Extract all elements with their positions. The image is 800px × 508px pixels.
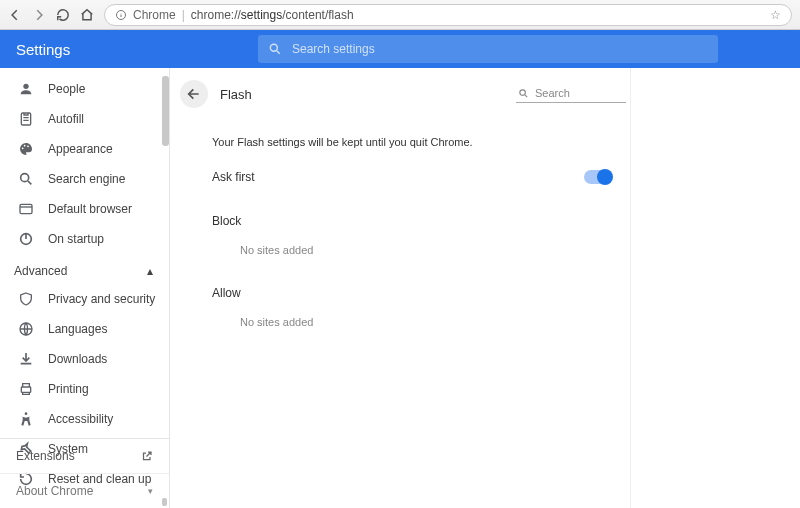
sidebar-item-appearance[interactable]: Appearance bbox=[0, 134, 169, 164]
sidebar-item-label: Downloads bbox=[48, 352, 107, 366]
svg-point-4 bbox=[22, 147, 24, 149]
scrollbar-bottom[interactable] bbox=[162, 498, 167, 506]
search-icon bbox=[518, 88, 529, 99]
sidebar-section-label: Advanced bbox=[14, 264, 67, 278]
block-section-heading: Block bbox=[212, 214, 626, 228]
reload-icon[interactable] bbox=[56, 8, 70, 22]
sidebar-extensions-link[interactable]: Extensions bbox=[0, 439, 169, 473]
sidebar-item-label: Extensions bbox=[16, 449, 75, 463]
address-bar[interactable]: Chrome | chrome://settings/content/flash… bbox=[104, 4, 792, 26]
sidebar-item-label: Languages bbox=[48, 322, 107, 336]
site-info-icon[interactable] bbox=[115, 9, 127, 21]
sidebar-item-languages[interactable]: Languages bbox=[0, 314, 169, 344]
sidebar-about-link[interactable]: About Chrome ▾ bbox=[0, 473, 169, 508]
sidebar-item-label: Printing bbox=[48, 382, 89, 396]
block-empty-text: No sites added bbox=[240, 244, 626, 256]
sidebar-item-autofill[interactable]: Autofill bbox=[0, 104, 169, 134]
bookmark-star-icon[interactable]: ☆ bbox=[770, 8, 781, 22]
svg-point-2 bbox=[23, 84, 28, 89]
url-label: Chrome bbox=[133, 8, 176, 22]
svg-point-13 bbox=[520, 89, 526, 95]
svg-point-12 bbox=[25, 412, 28, 415]
svg-rect-8 bbox=[20, 204, 32, 213]
sidebar-item-downloads[interactable]: Downloads bbox=[0, 344, 169, 374]
settings-header: Settings Search settings bbox=[0, 30, 800, 68]
sidebar-item-accessibility[interactable]: Accessibility bbox=[0, 404, 169, 434]
allow-empty-text: No sites added bbox=[240, 316, 626, 328]
collapse-icon: ▴ bbox=[147, 264, 153, 278]
flash-note: Your Flash settings will be kept until y… bbox=[212, 136, 626, 148]
search-icon bbox=[268, 42, 282, 56]
svg-rect-11 bbox=[21, 387, 30, 392]
page-search-placeholder: Search bbox=[535, 87, 570, 99]
sidebar-item-label: Autofill bbox=[48, 112, 84, 126]
svg-point-6 bbox=[27, 145, 29, 147]
url-text: chrome://settings/content/flash bbox=[191, 8, 764, 22]
settings-search[interactable]: Search settings bbox=[258, 35, 718, 63]
forward-icon[interactable] bbox=[32, 8, 46, 22]
sidebar-item-label: About Chrome bbox=[16, 484, 93, 498]
content-right-gutter bbox=[630, 68, 800, 508]
page-title: Flash bbox=[220, 87, 504, 102]
sidebar-item-label: Privacy and security bbox=[48, 292, 155, 306]
back-button[interactable] bbox=[180, 80, 208, 108]
browser-toolbar: Chrome | chrome://settings/content/flash… bbox=[0, 0, 800, 30]
ask-first-row: Ask first bbox=[212, 170, 626, 184]
svg-point-5 bbox=[24, 145, 26, 147]
page-search-input[interactable]: Search bbox=[516, 85, 626, 103]
arrow-left-icon bbox=[186, 86, 202, 102]
ask-first-toggle[interactable] bbox=[584, 170, 612, 184]
external-link-icon bbox=[141, 450, 153, 462]
svg-point-7 bbox=[21, 174, 29, 182]
sidebar-item-printing[interactable]: Printing bbox=[0, 374, 169, 404]
chevron-down-icon: ▾ bbox=[148, 486, 153, 496]
sidebar-item-default-browser[interactable]: Default browser bbox=[0, 194, 169, 224]
app-title: Settings bbox=[0, 41, 258, 58]
back-icon[interactable] bbox=[8, 8, 22, 22]
sidebar-item-label: Default browser bbox=[48, 202, 132, 216]
home-icon[interactable] bbox=[80, 8, 94, 22]
svg-point-1 bbox=[270, 44, 277, 51]
sidebar-item-label: Accessibility bbox=[48, 412, 113, 426]
sidebar-item-label: On startup bbox=[48, 232, 104, 246]
sidebar-item-label: Appearance bbox=[48, 142, 113, 156]
sidebar-item-label: People bbox=[48, 82, 85, 96]
sidebar-item-label: Search engine bbox=[48, 172, 125, 186]
sidebar-advanced-toggle[interactable]: Advanced ▴ bbox=[0, 254, 169, 284]
sidebar-item-privacy[interactable]: Privacy and security bbox=[0, 284, 169, 314]
scrollbar-thumb[interactable] bbox=[162, 76, 169, 146]
sidebar-item-search-engine[interactable]: Search engine bbox=[0, 164, 169, 194]
sidebar-item-on-startup[interactable]: On startup bbox=[0, 224, 169, 254]
sidebar-item-people[interactable]: People bbox=[0, 74, 169, 104]
allow-section-heading: Allow bbox=[212, 286, 626, 300]
content-panel: Flash Search Your Flash settings will be… bbox=[170, 68, 630, 508]
ask-first-label: Ask first bbox=[212, 170, 255, 184]
sidebar: People Autofill Appearance Search engine… bbox=[0, 68, 170, 508]
settings-search-placeholder: Search settings bbox=[292, 42, 375, 56]
